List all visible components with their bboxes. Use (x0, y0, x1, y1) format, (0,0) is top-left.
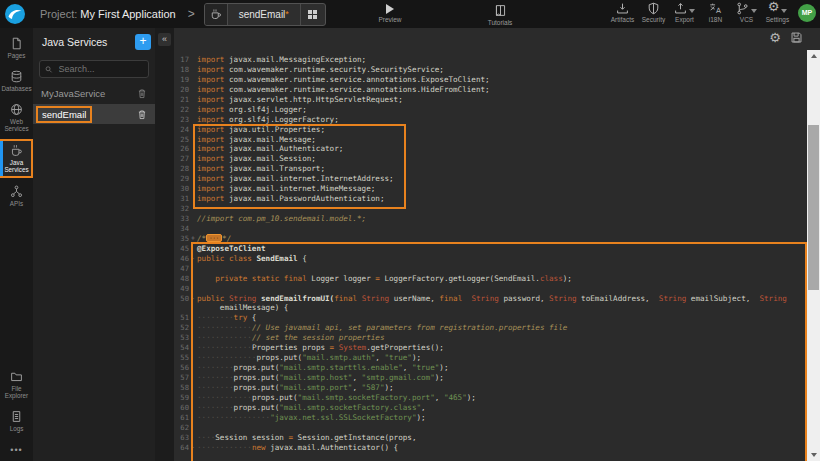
delete-service-icon[interactable] (137, 109, 147, 120)
code-line: emailMessage) { (174, 303, 807, 313)
branch-icon (736, 2, 749, 15)
wavemaker-studio: Project: My First Application > sendEmai… (0, 0, 820, 461)
fold-marker (189, 423, 197, 433)
header-action-vcs[interactable]: VCS (731, 2, 762, 23)
service-item-MyJavaService[interactable]: MyJavaService (33, 83, 155, 103)
line-number: 53 (174, 333, 189, 343)
sidebar-item-databases[interactable]: Databases (0, 66, 33, 96)
add-service-button[interactable]: + (135, 34, 151, 50)
fold-marker (189, 413, 197, 423)
code-line: 58········props.put("mail.smtp.port", "5… (174, 383, 807, 393)
collapse-panel-button[interactable]: « (158, 33, 171, 46)
sidebar-item-logs[interactable]: Logs (0, 406, 33, 436)
code-text: public String sendEmailfromUI(final Stri… (197, 294, 807, 304)
api-icon (10, 185, 23, 198)
scroll-down-arrow[interactable] (807, 449, 820, 461)
delete-service-icon[interactable] (137, 88, 147, 99)
code-line: 23import org.slf4j.LoggerFactory; (174, 115, 807, 125)
save-icon[interactable] (790, 31, 803, 44)
code-text: ·············props.put("mail.smtp.auth",… (197, 353, 807, 363)
code-text: @ExposeToClient (197, 244, 807, 254)
sidebar-more-icon[interactable]: ••• (0, 439, 33, 461)
header-action-settings[interactable]: ⚙Settings (762, 2, 793, 23)
fold-marker (189, 204, 197, 214)
fold-marker[interactable]: + (189, 234, 197, 244)
folded-comment-placeholder[interactable]: ··· (206, 234, 222, 243)
code-line: 18import com.wavemaker.runtime.security.… (174, 65, 807, 75)
shield-icon (647, 2, 660, 15)
header-action-i18n[interactable]: Ai18N (700, 2, 731, 23)
service-name: MyJavaService (41, 88, 105, 99)
line-number: 55 (174, 353, 189, 363)
chevron-down-icon (751, 9, 757, 13)
code-text: import javax.mail.internet.MimeMessage; (197, 184, 807, 194)
fold-marker[interactable]: - (189, 254, 197, 264)
fold-marker[interactable]: - (189, 294, 197, 304)
line-number: 29 (174, 174, 189, 184)
header-action-artifacts[interactable]: Artifacts (607, 2, 638, 23)
tab-grid-icon[interactable] (300, 4, 325, 25)
line-number: 21 (174, 95, 189, 105)
line-number: 51 (174, 313, 189, 323)
sidebar-item-file-explorer[interactable]: File Explorer (0, 366, 33, 403)
line-number: 27 (174, 154, 189, 164)
code-line: 55·············props.put("mail.smtp.auth… (174, 353, 807, 363)
scroll-up-arrow[interactable] (807, 50, 820, 62)
code-line: 24import java.util.Properties; (174, 125, 807, 135)
user-avatar[interactable]: MP (798, 4, 816, 22)
code-text: ············props.put("mail.smtp.socketF… (197, 393, 807, 403)
code-text: ········props.put("mail.smtp.port", "587… (197, 383, 807, 393)
fold-marker (189, 274, 197, 284)
code-line: 33//import com.pm_10.sendemail.model.*; (174, 214, 807, 224)
code-line: 29import javax.mail.internet.InternetAdd… (174, 174, 807, 184)
tutorials-button[interactable]: Tutorials (478, 4, 522, 26)
fold-marker (189, 363, 197, 373)
code-area[interactable]: 17import javax.mail.MessagingException;1… (174, 52, 807, 461)
header-action-security[interactable]: Security (638, 2, 669, 23)
line-number: 58 (174, 383, 189, 393)
line-number: 54 (174, 343, 189, 353)
folder-icon (10, 370, 23, 383)
service-item-sendEmail[interactable]: sendEmail (33, 104, 155, 124)
code-text: import com.wavemaker.runtime.service.ann… (197, 75, 807, 85)
scrollbar-thumb[interactable] (808, 125, 819, 290)
preview-button[interactable]: Preview (368, 4, 412, 23)
code-line: 47 (174, 264, 807, 274)
fold-marker (189, 85, 197, 95)
sidebar-item-pages[interactable]: Pages (0, 33, 33, 63)
code-text: import javax.mail.MessagingException; (197, 55, 807, 65)
editor-settings-icon[interactable]: ⚙ (769, 31, 781, 44)
sidebar-item-java-services[interactable]: Java Services (0, 139, 33, 178)
fold-marker (189, 115, 197, 125)
gear-icon: ⚙ (768, 0, 780, 15)
code-line: 19import com.wavemaker.runtime.service.a… (174, 75, 807, 85)
project-name[interactable]: My First Application (80, 8, 175, 20)
project-breadcrumb: Project: My First Application (40, 8, 176, 20)
search-input[interactable] (57, 63, 143, 75)
wavemaker-logo-icon[interactable] (4, 3, 26, 25)
code-text (197, 284, 807, 294)
top-header: Project: My First Application > sendEmai… (0, 0, 820, 28)
line-number: 47 (174, 264, 189, 274)
code-text (197, 264, 807, 274)
code-line: 20import com.wavemaker.runtime.service.a… (174, 85, 807, 95)
line-number: 61 (174, 413, 189, 423)
sidebar-item-apis[interactable]: APIs (0, 181, 33, 211)
code-text: ········props.put("mail.smtp.host", "smt… (197, 373, 807, 383)
code-line: 46-public class SendEmail { (174, 254, 807, 264)
open-file-tab[interactable]: sendEmail* (204, 3, 326, 26)
code-line: 31import javax.mail.PasswordAuthenticati… (174, 194, 807, 204)
line-number: 64 (174, 443, 189, 453)
header-action-export[interactable]: Export (669, 2, 700, 23)
line-number: 48 (174, 274, 189, 284)
line-number: 26 (174, 144, 189, 154)
editor-scrollbar[interactable] (807, 50, 820, 461)
play-icon (386, 4, 394, 14)
java-services-panel: Java Services + MyJavaServicesendEmail (33, 28, 155, 461)
fold-marker (189, 343, 197, 353)
database-icon (10, 70, 23, 83)
sidebar-item-web-services[interactable]: Web Services (0, 99, 33, 136)
fold-marker (189, 353, 197, 363)
fold-marker[interactable]: - (189, 443, 197, 453)
code-line: 17import javax.mail.MessagingException; (174, 55, 807, 65)
